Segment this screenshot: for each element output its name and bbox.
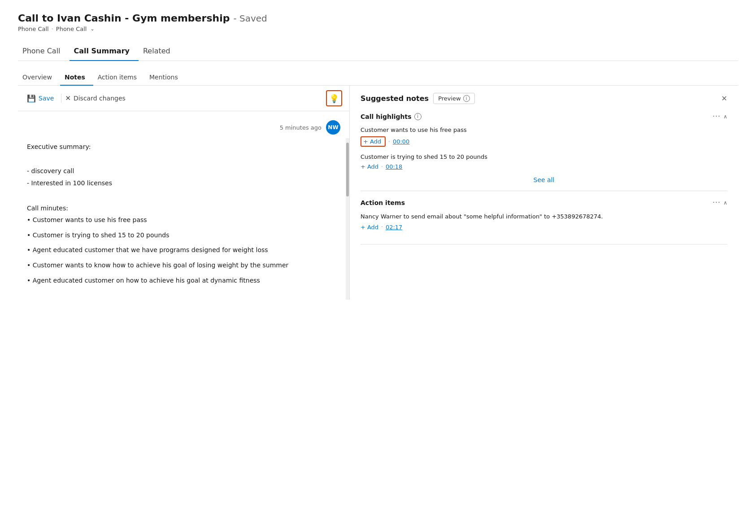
action-items-title: Action items: [361, 199, 405, 206]
add-button-1[interactable]: + Add: [361, 136, 386, 147]
call-highlights-header: Call highlights i ··· ∧: [361, 112, 727, 121]
tab-mentions[interactable]: Mentions: [145, 70, 186, 85]
timestamp: 5 minutes ago: [280, 124, 322, 131]
action-items-collapse-icon[interactable]: ∧: [723, 200, 727, 206]
separator-2: ·: [381, 164, 383, 170]
notes-bullet-5: • Agent educated customer on how to achi…: [27, 275, 340, 286]
left-panel: 💾 Save ✕ Discard changes 💡 5 minutes ago: [18, 86, 350, 300]
time-link-1[interactable]: 00:00: [393, 138, 409, 145]
notes-bullet-2: • Customer is trying to shed 15 to 20 po…: [27, 230, 340, 241]
toolbar: 💾 Save ✕ Discard changes 💡: [18, 86, 349, 111]
right-panel: Suggested notes Preview i ✕ Call highlig…: [350, 86, 738, 300]
breadcrumb-item1[interactable]: Phone Call: [18, 26, 49, 32]
highlight-actions-2: + Add · 00:18: [361, 163, 727, 170]
see-all-link[interactable]: See all: [361, 176, 727, 183]
plus-icon-action-1: +: [361, 224, 365, 231]
notes-line-3: - Interested in 100 licenses: [27, 178, 340, 189]
highlight-item-1: Customer wants to use his free pass + Ad…: [361, 126, 727, 147]
highlight-text-1: Customer wants to use his free pass: [361, 126, 727, 134]
tab-overview[interactable]: Overview: [18, 70, 60, 85]
notes-bullet-1: • Customer wants to use his free pass: [27, 215, 340, 226]
discard-button[interactable]: ✕ Discard changes: [63, 92, 130, 104]
notes-bullet-3: • Agent educated customer that we have p…: [27, 245, 340, 256]
notes-line-1: [27, 153, 340, 164]
suggested-notes-title: Suggested notes: [361, 94, 429, 103]
close-panel-button[interactable]: ✕: [721, 94, 727, 103]
notes-line-2: - discovery call: [27, 166, 340, 177]
preview-button[interactable]: Preview i: [433, 93, 475, 104]
action-separator-1: ·: [381, 224, 383, 230]
title-text: Call to Ivan Cashin - Gym membership: [18, 13, 230, 24]
page-title: Call to Ivan Cashin - Gym membership - S…: [18, 13, 738, 24]
call-highlights-title: Call highlights: [361, 113, 412, 120]
notes-area: 5 minutes ago NW Executive summary: - di…: [18, 111, 349, 300]
tab-action-items[interactable]: Action items: [93, 70, 145, 85]
scrollbar-thumb[interactable]: [346, 143, 349, 196]
action-items-menu-icon[interactable]: ···: [713, 198, 721, 207]
action-time-link-1[interactable]: 02:17: [386, 224, 402, 231]
call-highlights-section: Call highlights i ··· ∧ Customer wants t…: [361, 112, 727, 191]
add-button-2[interactable]: + Add: [361, 163, 378, 170]
tab-phone-call[interactable]: Phone Call: [18, 42, 70, 61]
content-area: 💾 Save ✕ Discard changes 💡 5 minutes ago: [18, 86, 738, 300]
tab-related[interactable]: Related: [139, 42, 179, 61]
highlight-item-2: Customer is trying to shed 15 to 20 poun…: [361, 153, 727, 170]
breadcrumb: Phone Call · Phone Call ⌄: [18, 26, 738, 32]
toolbar-separator: [61, 94, 61, 103]
breadcrumb-item2[interactable]: Phone Call: [56, 26, 87, 32]
info-icon-preview: i: [463, 95, 470, 102]
lightbulb-icon: 💡: [329, 94, 339, 103]
action-items-header: Action items ··· ∧: [361, 198, 727, 207]
notes-bullet-4: • Customer wants to know how to achieve …: [27, 260, 340, 271]
inner-tabs: Overview Notes Action items Mentions: [18, 70, 738, 86]
action-items-section: Action items ··· ∧ Nancy Warner to send …: [361, 198, 727, 244]
save-button[interactable]: 💾 Save: [25, 92, 59, 105]
top-tabs: Phone Call Call Summary Related: [18, 42, 738, 61]
highlight-text-2: Customer is trying to shed 15 to 20 poun…: [361, 153, 727, 161]
page-wrapper: Call to Ivan Cashin - Gym membership - S…: [0, 0, 756, 309]
notes-line-0: Executive summary:: [27, 142, 340, 153]
saved-label: - Saved: [233, 13, 267, 24]
action-add-button-1[interactable]: + Add: [361, 224, 378, 231]
plus-icon-1: +: [363, 138, 368, 145]
call-highlights-collapse-icon[interactable]: ∧: [723, 113, 727, 120]
notes-line-4: [27, 191, 340, 201]
plus-icon-2: +: [361, 163, 365, 170]
action-item-text-1: Nancy Warner to send email about "some h…: [361, 212, 727, 221]
action-item-1: Nancy Warner to send email about "some h…: [361, 212, 727, 231]
save-icon: 💾: [27, 94, 36, 103]
scrollbar-track[interactable]: [346, 138, 349, 300]
tab-call-summary[interactable]: Call Summary: [70, 42, 139, 61]
breadcrumb-dropdown-icon[interactable]: ⌄: [90, 26, 94, 32]
lightbulb-button[interactable]: 💡: [326, 90, 342, 106]
notes-line-5: Call minutes:: [27, 203, 340, 214]
breadcrumb-separator: ·: [52, 26, 53, 32]
notes-content[interactable]: Executive summary: - discovery call - In…: [27, 142, 340, 286]
highlight-actions-1: + Add · 00:00: [361, 136, 727, 147]
right-panel-header: Suggested notes Preview i ✕: [361, 93, 727, 104]
close-icon: ✕: [65, 94, 71, 102]
tab-notes[interactable]: Notes: [60, 70, 93, 85]
call-highlights-info-icon[interactable]: i: [414, 113, 421, 120]
timestamp-row: 5 minutes ago NW: [27, 120, 340, 135]
separator-1: ·: [388, 139, 390, 145]
time-link-2[interactable]: 00:18: [386, 163, 402, 170]
avatar: NW: [326, 120, 340, 135]
call-highlights-menu-icon[interactable]: ···: [713, 112, 721, 121]
action-item-actions-1: + Add · 02:17: [361, 224, 727, 231]
